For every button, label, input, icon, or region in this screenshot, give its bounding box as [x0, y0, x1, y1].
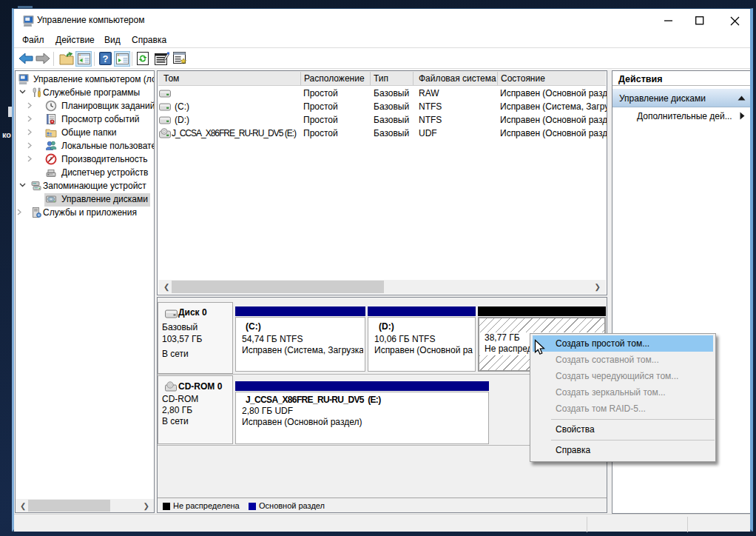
- svg-text:?: ?: [103, 53, 109, 64]
